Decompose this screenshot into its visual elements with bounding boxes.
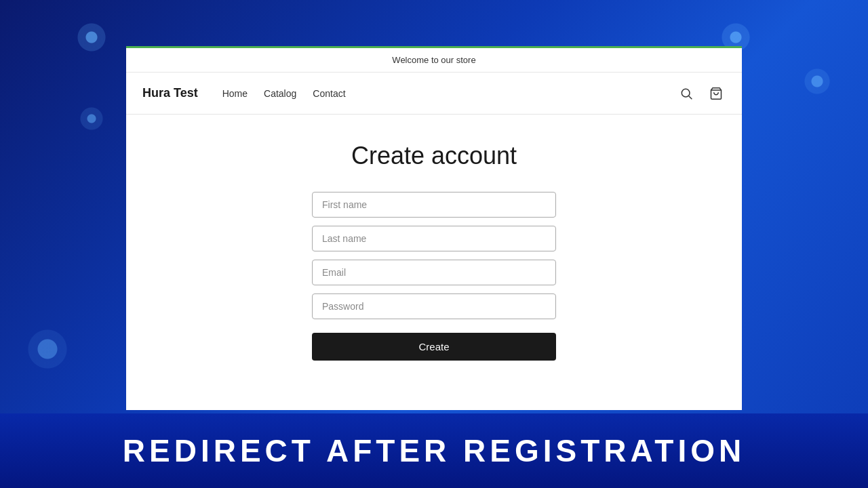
announcement-bar: Welcome to our store bbox=[126, 48, 742, 73]
svg-point-0 bbox=[682, 89, 690, 97]
search-button[interactable] bbox=[677, 84, 696, 103]
page-title: Create account bbox=[351, 142, 517, 170]
header: Hura Test Home Catalog Contact bbox=[126, 73, 742, 115]
nav-catalog[interactable]: Catalog bbox=[264, 88, 296, 99]
bottom-banner: REDIRECT AFTER REGISTRATION bbox=[0, 413, 868, 488]
bottom-banner-text: REDIRECT AFTER REGISTRATION bbox=[123, 432, 745, 469]
announcement-text: Welcome to our store bbox=[392, 55, 475, 65]
create-button[interactable]: Create bbox=[312, 333, 556, 361]
cart-icon bbox=[709, 87, 723, 100]
store-window: Welcome to our store Hura Test Home Cata… bbox=[126, 46, 742, 410]
cart-button[interactable] bbox=[707, 84, 726, 103]
nav-contact[interactable]: Contact bbox=[313, 88, 345, 99]
store-logo[interactable]: Hura Test bbox=[142, 86, 198, 100]
first-name-input[interactable] bbox=[312, 192, 556, 218]
nav-links: Home Catalog Contact bbox=[222, 88, 677, 99]
svg-line-1 bbox=[689, 96, 692, 99]
last-name-input[interactable] bbox=[312, 226, 556, 251]
nav-home[interactable]: Home bbox=[222, 88, 248, 99]
main-content: Create account Create bbox=[126, 115, 742, 388]
email-input[interactable] bbox=[312, 260, 556, 285]
password-input[interactable] bbox=[312, 293, 556, 319]
search-icon bbox=[679, 87, 693, 100]
create-account-form: Create bbox=[312, 192, 556, 361]
header-icons bbox=[677, 84, 726, 103]
